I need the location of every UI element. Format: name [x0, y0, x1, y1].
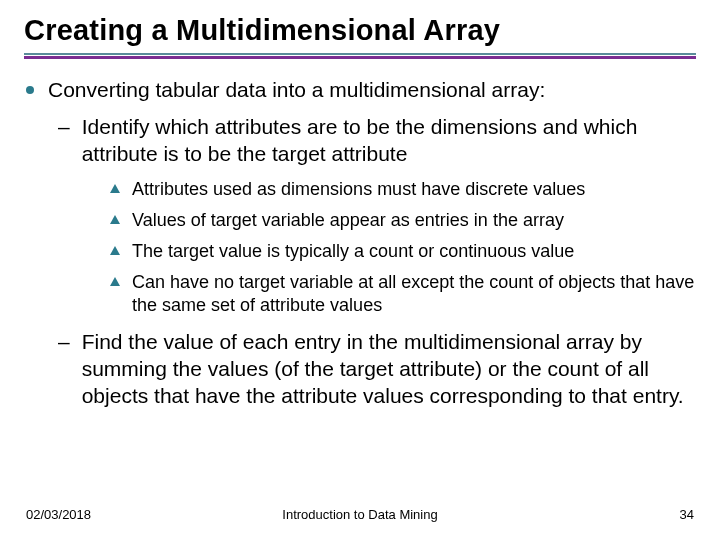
list-item: – Find the value of each entry in the mu… — [58, 329, 696, 410]
slide-body: Converting tabular data into a multidime… — [24, 57, 696, 409]
footer-title: Introduction to Data Mining — [282, 507, 437, 522]
dash-icon: – — [58, 114, 70, 140]
l3-text: Can have no target variable at all excep… — [132, 271, 696, 317]
list-item: Values of target variable appear as entr… — [110, 209, 696, 232]
triangle-icon — [110, 184, 120, 193]
footer-page: 34 — [680, 507, 694, 522]
list-item: The target value is typically a count or… — [110, 240, 696, 263]
slide-title: Creating a Multidimensional Array — [24, 14, 696, 47]
list-item: – Identify which attributes are to be th… — [58, 114, 696, 168]
triangle-icon — [110, 277, 120, 286]
triangle-icon — [110, 246, 120, 255]
dash-icon: – — [58, 329, 70, 355]
l3-text: Values of target variable appear as entr… — [132, 209, 564, 232]
list-item: Attributes used as dimensions must have … — [110, 178, 696, 201]
bullet-icon — [26, 86, 34, 94]
l2-text: Find the value of each entry in the mult… — [82, 329, 696, 410]
list-item: Converting tabular data into a multidime… — [24, 77, 696, 104]
list-item: Can have no target variable at all excep… — [110, 271, 696, 317]
slide: Creating a Multidimensional Array Conver… — [0, 0, 720, 540]
l3-text: The target value is typically a count or… — [132, 240, 574, 263]
l1-text: Converting tabular data into a multidime… — [48, 77, 545, 104]
slide-footer: 02/03/2018 Introduction to Data Mining 3… — [0, 507, 720, 522]
footer-date: 02/03/2018 — [26, 507, 91, 522]
l2-text: Identify which attributes are to be the … — [82, 114, 696, 168]
l3-text: Attributes used as dimensions must have … — [132, 178, 585, 201]
triangle-icon — [110, 215, 120, 224]
